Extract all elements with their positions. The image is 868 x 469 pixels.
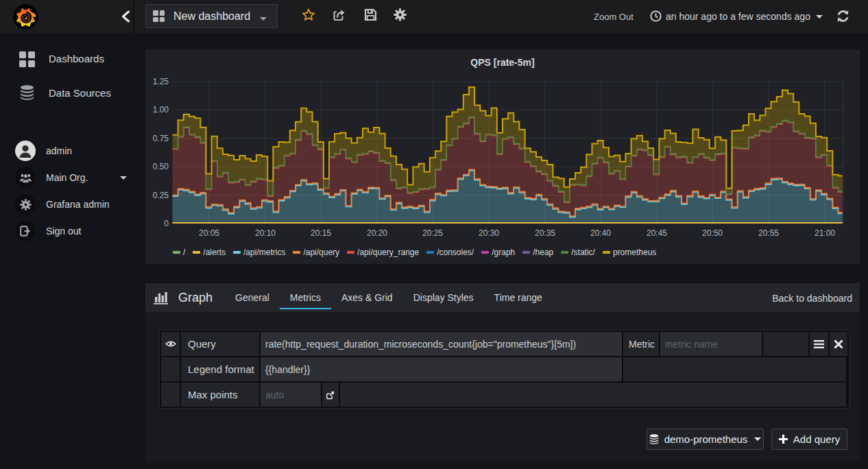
svg-text:20:05: 20:05 xyxy=(199,228,219,238)
svg-text:1.25: 1.25 xyxy=(153,77,169,86)
svg-text:20:40: 20:40 xyxy=(590,228,611,238)
svg-text:0.75: 0.75 xyxy=(153,134,169,143)
svg-text:20:10: 20:10 xyxy=(255,228,276,238)
svg-text:20:50: 20:50 xyxy=(702,228,723,238)
svg-text:20:35: 20:35 xyxy=(535,228,555,238)
svg-text:0: 0 xyxy=(164,219,169,228)
svg-text:20:25: 20:25 xyxy=(422,228,443,238)
svg-text:21:00: 21:00 xyxy=(815,228,835,238)
svg-text:1.00: 1.00 xyxy=(153,105,169,115)
svg-text:QPS [rate-5m]: QPS [rate-5m] xyxy=(470,57,534,68)
svg-text:20:55: 20:55 xyxy=(758,228,779,238)
svg-text:20:30: 20:30 xyxy=(479,228,499,238)
svg-text:20:45: 20:45 xyxy=(647,228,667,238)
svg-text:20:20: 20:20 xyxy=(367,228,387,238)
svg-text:20:15: 20:15 xyxy=(311,228,331,238)
svg-text:0.50: 0.50 xyxy=(153,162,169,171)
svg-text:0.25: 0.25 xyxy=(153,191,169,200)
